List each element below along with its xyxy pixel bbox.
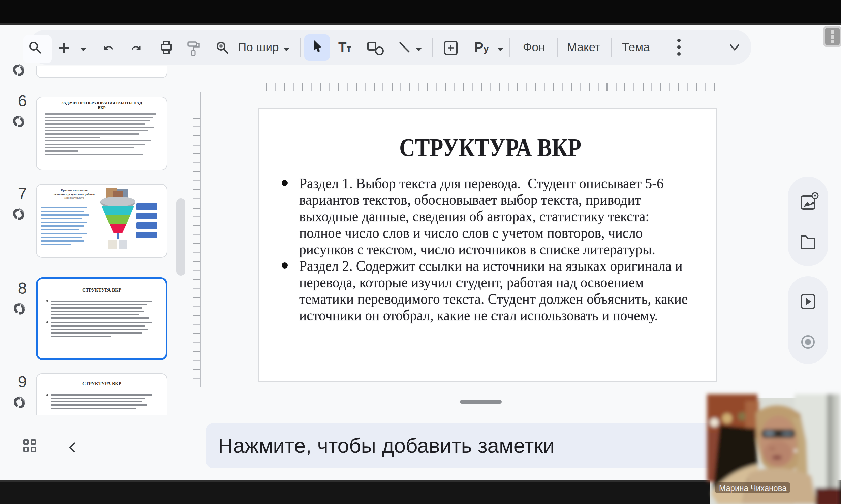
svg-text:Марина Чиханова: Марина Чиханова <box>719 483 787 492</box>
